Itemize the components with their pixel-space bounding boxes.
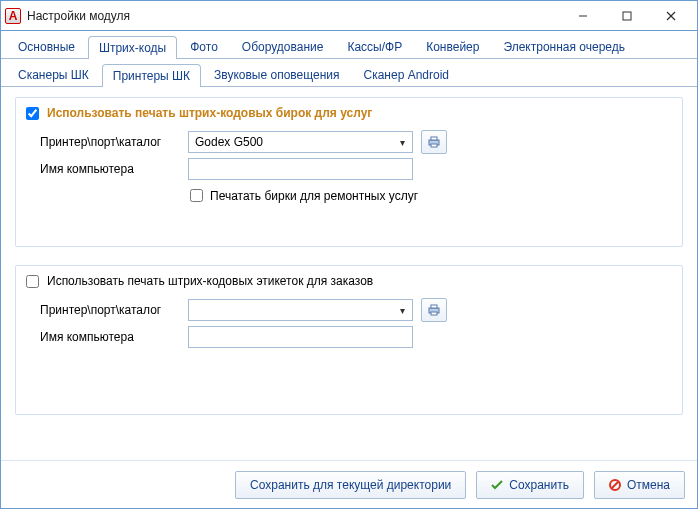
services-printer-row: Принтер\порт\каталог Godex G500 ▾ xyxy=(40,130,672,154)
svg-rect-5 xyxy=(431,137,437,140)
chevron-down-icon: ▾ xyxy=(394,301,410,319)
save-current-dir-button[interactable]: Сохранить для текущей директории xyxy=(235,471,466,499)
orders-printer-combo[interactable]: ▾ xyxy=(188,299,413,321)
sub-tabstrip: Сканеры ШКПринтеры ШКЗвуковые оповещения… xyxy=(1,59,697,87)
main-tab-0[interactable]: Основные xyxy=(7,35,86,58)
close-button[interactable] xyxy=(649,2,693,30)
cancel-icon xyxy=(609,479,621,491)
main-tabstrip: ОсновныеШтрих-кодыФотоОборудованиеКассы/… xyxy=(1,31,697,59)
orders-printer-label: Принтер\порт\каталог xyxy=(40,303,180,317)
app-icon: A xyxy=(5,8,21,24)
services-printer-settings-button[interactable] xyxy=(421,130,447,154)
use-services-print-checkbox[interactable] xyxy=(26,107,39,120)
cancel-button[interactable]: Отмена xyxy=(594,471,685,499)
sub-tab-2[interactable]: Звуковые оповещения xyxy=(203,63,350,86)
main-tab-2[interactable]: Фото xyxy=(179,35,229,58)
services-computer-row: Имя компьютера xyxy=(40,158,672,180)
printer-icon xyxy=(427,303,441,317)
use-orders-print-row: Использовать печать штрих-кодовых этикет… xyxy=(26,274,672,288)
save-label: Сохранить xyxy=(509,478,569,492)
chevron-down-icon: ▾ xyxy=(394,133,410,151)
footer: Сохранить для текущей директории Сохрани… xyxy=(1,460,697,508)
sub-tab-0[interactable]: Сканеры ШК xyxy=(7,63,100,86)
services-print-section: Использовать печать штрих-кодовых бирок … xyxy=(15,97,683,247)
orders-computer-label: Имя компьютера xyxy=(40,330,180,344)
window-controls xyxy=(561,2,693,30)
spacer xyxy=(15,433,683,454)
services-printer-combo[interactable]: Godex G500 ▾ xyxy=(188,131,413,153)
main-tab-1[interactable]: Штрих-коды xyxy=(88,36,177,59)
svg-rect-1 xyxy=(623,12,631,20)
main-tab-6[interactable]: Электронная очередь xyxy=(492,35,636,58)
use-orders-print-label: Использовать печать штрих-кодовых этикет… xyxy=(47,274,373,288)
repair-services-label: Печатать бирки для ремонтных услуг xyxy=(210,189,418,203)
svg-rect-6 xyxy=(431,144,437,147)
svg-line-11 xyxy=(611,481,618,488)
cancel-label: Отмена xyxy=(627,478,670,492)
main-tab-5[interactable]: Конвейер xyxy=(415,35,490,58)
services-computer-input[interactable] xyxy=(188,158,413,180)
main-tab-4[interactable]: Кассы/ФР xyxy=(336,35,413,58)
save-button[interactable]: Сохранить xyxy=(476,471,584,499)
printer-icon xyxy=(427,135,441,149)
orders-print-section: Использовать печать штрих-кодовых этикет… xyxy=(15,265,683,415)
check-icon xyxy=(491,479,503,491)
maximize-button[interactable] xyxy=(605,2,649,30)
services-printer-value: Godex G500 xyxy=(195,135,263,149)
minimize-button[interactable] xyxy=(561,2,605,30)
content-area: Использовать печать штрих-кодовых бирок … xyxy=(1,87,697,460)
repair-services-checkbox[interactable] xyxy=(190,189,203,202)
sub-tab-3[interactable]: Сканер Android xyxy=(353,63,461,86)
maximize-icon xyxy=(622,11,632,21)
repair-services-row: Печатать бирки для ремонтных услуг xyxy=(186,186,672,205)
orders-printer-settings-button[interactable] xyxy=(421,298,447,322)
window-title: Настройки модуля xyxy=(27,9,561,23)
close-icon xyxy=(666,11,676,21)
main-tab-3[interactable]: Оборудование xyxy=(231,35,335,58)
sub-tab-1[interactable]: Принтеры ШК xyxy=(102,64,201,87)
save-current-dir-label: Сохранить для текущей директории xyxy=(250,478,451,492)
services-printer-label: Принтер\порт\каталог xyxy=(40,135,180,149)
titlebar: A Настройки модуля xyxy=(1,1,697,31)
orders-printer-row: Принтер\порт\каталог ▾ xyxy=(40,298,672,322)
services-computer-label: Имя компьютера xyxy=(40,162,180,176)
use-orders-print-checkbox[interactable] xyxy=(26,275,39,288)
svg-rect-8 xyxy=(431,305,437,308)
minimize-icon xyxy=(578,11,588,21)
orders-computer-row: Имя компьютера xyxy=(40,326,672,348)
svg-rect-9 xyxy=(431,312,437,315)
orders-computer-input[interactable] xyxy=(188,326,413,348)
settings-window: A Настройки модуля ОсновныеШтрих-кодыФот… xyxy=(0,0,698,509)
use-services-print-row: Использовать печать штрих-кодовых бирок … xyxy=(26,106,672,120)
use-services-print-label: Использовать печать штрих-кодовых бирок … xyxy=(47,106,372,120)
